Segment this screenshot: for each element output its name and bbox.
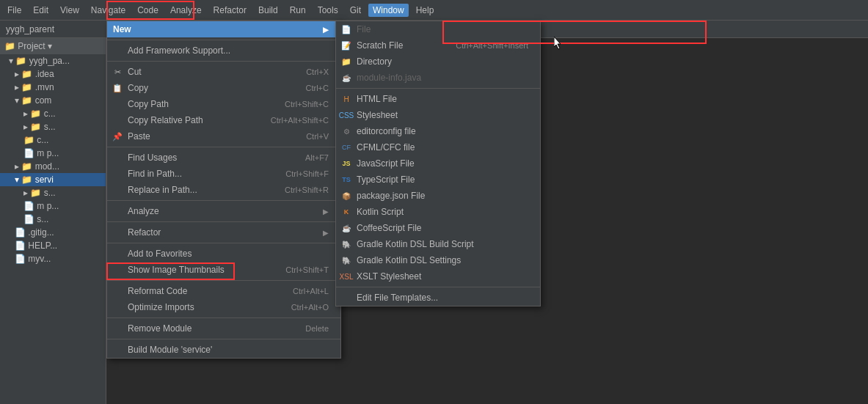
ctx2-scratch-shortcut: Ctrl+Alt+Shift+Insert [456, 41, 528, 50]
tree-item-idea[interactable]: ▸ 📁 .idea [0, 67, 106, 81]
tree-item-gitig[interactable]: 📄 .gitig... [0, 226, 106, 239]
tree-item-servi-s2[interactable]: 📄 s... [0, 213, 106, 226]
tree-item-mod[interactable]: ▸ 📁 mod... [0, 160, 106, 173]
ctx-sep-6 [107, 243, 340, 243]
ctx-item-find-usages[interactable]: Find Usages Alt+F7 [107, 150, 340, 166]
ctx2-html-label: HTML File [357, 94, 397, 104]
ctx2-xslt-label: XSLT Stylesheet [357, 271, 421, 282]
ctx-item-remove-module[interactable]: Remove Module Delete [107, 320, 340, 337]
ctx2-item-editorconfig[interactable]: ⚙ editorconfig file [336, 123, 540, 139]
panel-header[interactable]: 📁 Project ▾ [0, 38, 106, 54]
ctx-copy-path-label: Copy Path [128, 99, 169, 109]
ctx-item-find-in-path[interactable]: Find in Path... Ctrl+Shift+F [107, 166, 340, 182]
ctx2-item-directory[interactable]: 📁 Directory [336, 54, 540, 70]
ctx2-item-gradle-build[interactable]: 🐘 Gradle Kotlin DSL Build Script [336, 236, 540, 252]
ctx2-item-stylesheet[interactable]: CSS Stylesheet [336, 107, 540, 123]
ctx-item-analyze[interactable]: Analyze ▶ [107, 203, 340, 219]
tree-item-servi[interactable]: ▾ 📁 servi [0, 173, 106, 186]
ctx2-item-scratch-file[interactable]: 📝 Scratch File Ctrl+Alt+Shift+Insert [336, 37, 540, 54]
ctx-copy-rel-shortcut: Ctrl+Alt+Shift+C [271, 116, 329, 125]
paste-icon: 📌 [112, 131, 123, 142]
ctx2-item-coffeescript[interactable]: ☕ CoffeeScript File [336, 220, 540, 236]
ctx-item-copy-path[interactable]: Copy Path Ctrl+Shift+C [107, 96, 340, 112]
ctx2-item-module-info[interactable]: ☕ module-info.java [336, 70, 540, 86]
ctx2-edit-templates-label: Edit File Templates... [357, 293, 438, 303]
ctx2-item-xslt[interactable]: XSL XSLT Stylesheet [336, 268, 540, 284]
ctx-copy-path-shortcut: Ctrl+Shift+C [285, 100, 329, 109]
ctx-item-paste[interactable]: 📌 Paste Ctrl+V [107, 128, 340, 144]
ctx-analyze-arrow: ▶ [323, 207, 329, 216]
tree-item-mvnw[interactable]: 📄 myv... [0, 252, 106, 265]
menu-help[interactable]: Help [412, 4, 439, 17]
ctx-sep-7 [107, 280, 340, 281]
ctx2-directory-label: Directory [357, 56, 392, 67]
menu-build[interactable]: Build [254, 4, 282, 17]
tree-item-com-c2[interactable]: 📁 c... [0, 133, 106, 147]
ctx-show-thumbnails-label: Show Image Thumbnails [128, 265, 225, 275]
ctx-replace-label: Replace in Path... [128, 185, 197, 195]
tree-item-com-c[interactable]: ▸ 📁 c... [0, 107, 106, 120]
ctx-item-new[interactable]: New ▶ [107, 21, 340, 37]
xslt-icon: XSL [340, 271, 352, 282]
menu-window[interactable]: Window [368, 4, 409, 17]
ctx-item-reformat[interactable]: Reformat Code Ctrl+Alt+L [107, 283, 340, 299]
ctx2-item-javascript[interactable]: JS JavaScript File [336, 155, 540, 172]
ctx-copy-rel-label: Copy Relative Path [128, 115, 203, 125]
ctx-item-replace-in-path[interactable]: Replace in Path... Ctrl+Shift+R [107, 182, 340, 198]
ctx2-kotlin-label: Kotlin Script [357, 207, 404, 217]
ctx2-javascript-label: JavaScript File [357, 158, 415, 169]
tree-item-com[interactable]: ▾ 📁 com [0, 94, 106, 107]
menu-edit[interactable]: Edit [29, 4, 53, 17]
ctx-paste-shortcut: Ctrl+V [306, 132, 329, 141]
ctx2-gradle-build-label: Gradle Kotlin DSL Build Script [357, 239, 474, 249]
menu-refactor[interactable]: Refactor [209, 4, 251, 17]
ctx2-item-edit-templates[interactable]: Edit File Templates... [336, 290, 540, 306]
tree-item-help[interactable]: 📄 HELP... [0, 239, 106, 252]
menu-view[interactable]: View [56, 4, 84, 17]
tree-item-mp[interactable]: 📄 m p... [0, 147, 106, 160]
ctx-item-add-framework[interactable]: Add Framework Support... [107, 43, 340, 59]
context-menu-1: New ▶ Add Framework Support... ✂ Cut Ctr… [106, 21, 341, 359]
ctx-item-cut[interactable]: ✂ Cut Ctrl+X [107, 64, 340, 80]
menu-bar: File Edit View Navigate Code Analyze Ref… [0, 0, 868, 21]
ctx-sep-9 [107, 339, 340, 339]
ctx2-item-typescript[interactable]: TS TypeScript File [336, 172, 540, 188]
ctx2-item-kotlin-script[interactable]: K Kotlin Script [336, 204, 540, 220]
ctx2-item-html-file[interactable]: H HTML File [336, 91, 540, 107]
ctx-item-copy[interactable]: 📋 Copy Ctrl+C [107, 80, 340, 96]
stylesheet-icon: CSS [340, 109, 352, 121]
ctx2-package-json-label: package.json File [357, 191, 425, 201]
ctx2-item-cfml[interactable]: CF CFML/CFC file [336, 139, 540, 155]
menu-run[interactable]: Run [285, 4, 310, 17]
kotlin-icon: K [340, 206, 352, 218]
menu-analyze[interactable]: Analyze [166, 4, 206, 17]
ctx2-cfml-label: CFML/CFC file [357, 142, 415, 153]
menu-code[interactable]: Code [133, 4, 163, 17]
menu-tools[interactable]: Tools [313, 4, 343, 17]
ctx-sep-2 [107, 61, 340, 62]
ctx2-scratch-label: Scratch File [357, 40, 403, 51]
tree-item-mvn[interactable]: ▸ 📁 .mvn [0, 81, 106, 94]
ctx2-item-gradle-settings[interactable]: 🐘 Gradle Kotlin DSL Settings [336, 252, 540, 268]
ctx-optimize-shortcut: Ctrl+Alt+O [291, 303, 329, 312]
ctx2-item-package-json[interactable]: 📦 package.json File [336, 188, 540, 204]
tree-item-servi-mp[interactable]: 📄 m p... [0, 199, 106, 213]
ctx-item-build-module[interactable]: Build Module 'service' [107, 342, 340, 358]
ctx-item-copy-relative-path[interactable]: Copy Relative Path Ctrl+Alt+Shift+C [107, 112, 340, 128]
menu-git[interactable]: Git [346, 4, 365, 17]
cfml-icon: CF [340, 142, 352, 153]
tree-item-servi-s[interactable]: ▸ 📁 s... [0, 186, 106, 199]
ctx2-sep-1 [336, 88, 540, 89]
ctx-item-add-to-favorites[interactable]: Add to Favorites [107, 246, 340, 262]
module-info-icon: ☕ [340, 72, 352, 84]
ctx-optimize-label: Optimize Imports [128, 302, 194, 312]
tree-item-com-s[interactable]: ▸ 📁 s... [0, 120, 106, 133]
ctx-item-refactor[interactable]: Refactor ▶ [107, 224, 340, 240]
ctx2-item-file[interactable]: 📄 File [336, 21, 540, 37]
menu-navigate[interactable]: Navigate [87, 4, 130, 17]
tree-item-root[interactable]: ▾ 📁 yygh_pa... [0, 54, 106, 67]
project-name: yygh_parent [6, 24, 54, 34]
ctx-item-optimize-imports[interactable]: Optimize Imports Ctrl+Alt+O [107, 299, 340, 315]
ctx-item-show-image-thumbnails[interactable]: Show Image Thumbnails Ctrl+Shift+T [107, 262, 340, 278]
menu-file[interactable]: File [3, 4, 26, 17]
